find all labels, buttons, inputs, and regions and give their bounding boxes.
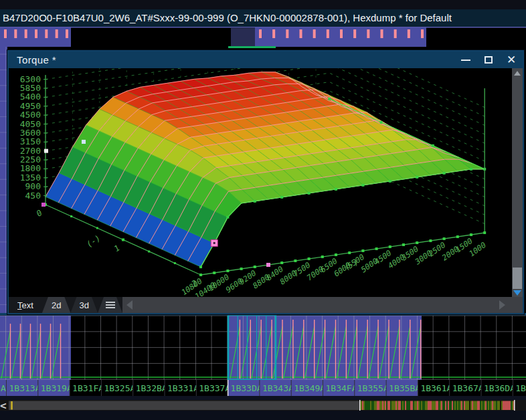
app-title-bar: B47D20O0-F10B47U0_2W6_AT#Sxxx-99-00-999 … [0,9,526,27]
svg-text:3150: 3150 [20,136,41,146]
address-label[interactable]: 1B36DA [484,383,515,393]
overview-scrollbar[interactable]: < [0,399,526,412]
svg-text:1: 1 [112,243,122,253]
svg-text:2250: 2250 [20,154,41,165]
svg-text:5850: 5850 [20,83,41,93]
svg-text:3600: 3600 [20,128,41,138]
address-label[interactable]: 1B34FA [326,383,357,393]
overview-track[interactable] [9,401,359,411]
vertical-scrollbar[interactable] [512,68,523,297]
address-label[interactable]: 1B32BA [136,383,167,393]
close-button[interactable]: ✕ [500,51,523,68]
address-label-row: A1B313A1B319A1B31FA1B325A1B32BA1B331A1B3… [0,380,526,396]
svg-text:900: 900 [25,181,41,191]
app-title-text: B47D20O0-F10B47U0_2W6_AT#Sxxx-99-00-999 … [3,12,452,23]
overview-position-tick [11,401,13,410]
maximize-button[interactable] [477,51,500,68]
tab-scroll-left-icon[interactable] [126,300,133,310]
overview-left-chevron-icon[interactable]: < [0,399,7,412]
address-label[interactable]: 1B325A [104,383,135,393]
plot-area: 4509001350180022502700315036004050450049… [9,68,512,297]
address-label[interactable]: 1B367A [452,383,484,393]
z-axis-marker [44,149,48,153]
address-label[interactable]: 1B361A [420,383,452,393]
tab-3d[interactable]: 3d [70,297,98,313]
svg-text:2700: 2700 [20,146,41,156]
address-label[interactable]: 1B331A [167,383,199,393]
minimize-button[interactable] [454,51,477,68]
scrollbar-thumb[interactable] [513,268,522,289]
menu-icon [106,302,115,303]
address-label-partial[interactable]: A [1,383,6,393]
address-label[interactable]: 1B35BA [389,383,420,393]
window-title-bar[interactable]: Torque * ✕ [9,51,523,68]
torque-3d-surface-chart[interactable]: 4509001350180022502700315036004050450049… [9,68,512,297]
window-title: Torque * [9,54,454,66]
address-label[interactable]: 1B319A [41,383,72,393]
address-label[interactable]: 1B355A [357,383,389,393]
tab-2d[interactable]: 2d [42,297,71,313]
free-marker [82,140,86,144]
origin-marker [41,203,46,207]
svg-text:(-): (-) [85,233,102,249]
svg-text:450: 450 [25,191,41,201]
svg-text:4050: 4050 [20,119,41,129]
minimize-icon [461,60,470,61]
screen: B47D20O0-F10B47U0_2W6_AT#Sxxx-99-00-999 … [0,0,526,420]
address-label[interactable]: 1B349A [294,383,325,393]
svg-text:6300: 6300 [20,74,41,84]
address-label[interactable]: 1B343A [262,383,294,393]
left-background-sliver [0,47,7,314]
view-tab-bar: Text 2d 3d [9,297,523,313]
address-label[interactable]: 1B31FA [72,383,104,393]
top-filler [0,0,526,9]
svg-text:4500: 4500 [20,110,41,120]
svg-text:4950: 4950 [20,101,41,111]
address-label[interactable]: 1B313A [9,383,41,393]
scrollbar-up-arrow-icon[interactable] [512,68,523,78]
tab-scroll-right-icon[interactable] [499,300,505,310]
svg-text:1350: 1350 [20,173,41,183]
tab-menu[interactable] [98,297,122,313]
svg-text:1800: 1800 [20,163,41,173]
scrollbar-down-arrow-icon[interactable] [512,288,523,297]
torque-window: Torque * ✕ 45090013501800225027003150360… [7,50,524,314]
svg-text:5400: 5400 [20,92,41,102]
tab-text[interactable]: Text [9,297,42,313]
address-label[interactable]: 1B337A [199,383,230,393]
maximize-icon [485,56,493,64]
x-axis-marker [266,263,270,267]
close-icon: ✕ [507,54,516,66]
surface-mesh [46,72,486,268]
svg-text:0: 0 [35,208,44,219]
address-label-partial[interactable]: 1B [515,383,526,393]
address-label[interactable]: 1B33DA [231,383,262,393]
tab-zone: Text 2d 3d [9,297,122,313]
